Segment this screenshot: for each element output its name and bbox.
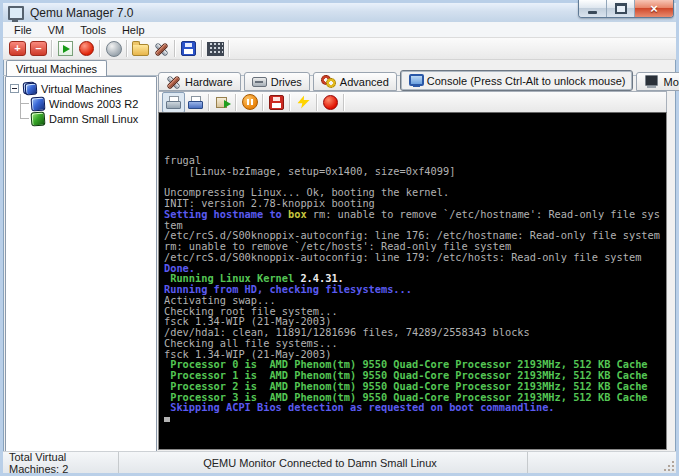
console-cursor [164, 417, 170, 422]
close-button[interactable]: × [635, 0, 673, 17]
stop-vm-icon [79, 41, 94, 56]
display-grid-icon [207, 42, 224, 56]
collapse-expander-icon[interactable] [10, 84, 19, 93]
console-line [164, 413, 666, 424]
menu-vm[interactable]: VM [40, 23, 73, 37]
open-folder-icon [132, 44, 149, 56]
console-screen-icon [408, 74, 423, 87]
save-button[interactable] [178, 39, 199, 58]
start-vm-button[interactable] [55, 39, 76, 58]
maximize-button[interactable] [607, 0, 635, 17]
gears-icon [321, 75, 336, 88]
vm-blue-icon [31, 96, 46, 111]
toolbar-separator [235, 94, 237, 111]
menu-file[interactable]: File [6, 23, 40, 37]
screenshot-button[interactable] [162, 92, 185, 113]
start-vm-icon [58, 41, 73, 56]
resize-grip[interactable] [664, 461, 674, 471]
console-text-segment: Skipping ACPI Bios detection as requeste… [164, 401, 555, 413]
vm-detail-panel: HardwareDrivesAdvancedConsole (Press Ctr… [158, 70, 667, 450]
tree-children: Windows 2003 R2Damn Small Linux [16, 96, 154, 126]
console-text-segment: /etc/rcS.d/S00knoppix-autoconfig: line 1… [164, 251, 641, 263]
drive-icon [252, 75, 267, 88]
tab-hardware[interactable]: Hardware [158, 72, 241, 91]
tab-label: Drives [271, 76, 302, 88]
save-state-button[interactable] [266, 93, 287, 112]
tree-item-label: Windows 2003 R2 [49, 98, 138, 110]
toolbar-separator [316, 94, 318, 111]
screenshot-icon [166, 96, 181, 109]
minimize-button[interactable] [579, 0, 607, 17]
stop-vm-button[interactable] [76, 39, 97, 58]
pause-icon [242, 94, 258, 110]
remove-vm-icon [30, 41, 47, 56]
remove-vm-button[interactable] [28, 39, 49, 58]
tools-button[interactable] [151, 39, 172, 58]
toolbar-separator [262, 94, 264, 111]
vm-tabs: HardwareDrivesAdvancedConsole (Press Ctr… [158, 70, 667, 91]
display-grid-button[interactable] [205, 39, 226, 58]
vm-console-screen[interactable]: frugal [Linux-bzImage, setup=0x1400, siz… [158, 112, 667, 450]
flash-icon [298, 96, 310, 109]
console-line: Skipping ACPI Bios detection as requeste… [164, 402, 666, 413]
save-icon [181, 41, 196, 56]
toolbar-separator [201, 40, 203, 57]
package-send-icon [216, 96, 230, 109]
flash-button[interactable] [293, 93, 314, 112]
menu-help[interactable]: Help [114, 23, 153, 37]
tree-root-virtual-machines[interactable]: Virtual Machines [8, 81, 154, 96]
open-folder-button[interactable] [130, 39, 151, 58]
package-send-button[interactable] [212, 93, 233, 112]
tab-advanced[interactable]: Advanced [313, 72, 397, 91]
print-icon [188, 96, 203, 109]
status-empty-section [528, 452, 676, 473]
status-bar: Total Virtual Machines: 2 QEMU Monitor C… [3, 451, 676, 473]
network-button[interactable] [103, 39, 124, 58]
record-icon [323, 95, 338, 110]
console-output: frugal [Linux-bzImage, setup=0x1400, siz… [159, 113, 666, 424]
print-button[interactable] [185, 93, 206, 112]
tools-icon [154, 42, 169, 56]
tab-label: Hardware [185, 76, 233, 88]
console-toolbar [158, 91, 667, 112]
tree-item-label: Damn Small Linux [49, 113, 138, 125]
title-bar: Qemu Manager 7.0 × [3, 3, 676, 22]
vm-tree-panel: Virtual Machines Windows 2003 R2Damn Sma… [5, 76, 157, 452]
console-text-segment: [Linux-bzImage, setup=0x1400, size=0xf40… [164, 165, 455, 177]
tab-drives[interactable]: Drives [244, 72, 310, 91]
toolbar-separator [228, 40, 230, 57]
vm-green-icon [31, 111, 46, 126]
toolbar-separator [174, 40, 176, 57]
tab-console[interactable]: Console (Press Ctrl-Alt to unlock mouse) [400, 70, 634, 91]
console-text-segment: rm: unable to remove `/etc/hostname': Re… [307, 208, 660, 220]
window-controls: × [578, 0, 674, 18]
menu-tools[interactable]: Tools [72, 23, 114, 37]
console-line: [Linux-bzImage, setup=0x1400, size=0xf40… [164, 166, 666, 177]
toolbar-separator [99, 40, 101, 57]
status-total-vms: Total Virtual Machines: 2 [3, 452, 119, 473]
toolbar-separator [126, 40, 128, 57]
tab-label: Monitor [663, 76, 679, 88]
tree-root-label: Virtual Machines [41, 83, 122, 95]
qemu-manager-window: Qemu Manager 7.0 × FileVMToolsHelp Virtu… [0, 0, 679, 476]
tools-icon [166, 75, 181, 88]
console-line: Setting hostname to box rm: unable to re… [164, 209, 666, 220]
add-vm-button[interactable] [7, 39, 28, 58]
menu-bar: FileVMToolsHelp [3, 22, 676, 38]
toolbar-separator [343, 94, 345, 111]
tree-item-windows-2003-r2[interactable]: Windows 2003 R2 [16, 96, 154, 111]
tab-label: Advanced [340, 76, 389, 88]
tab-label: Console (Press Ctrl-Alt to unlock mouse) [427, 75, 626, 87]
toolbar-separator [51, 40, 53, 57]
terminal-icon [644, 75, 659, 88]
tab-monitor[interactable]: Monitor [636, 72, 679, 91]
window-title: Qemu Manager 7.0 [30, 6, 133, 20]
console-text-segment: box [288, 208, 307, 220]
add-vm-icon [9, 41, 26, 56]
toolbar-separator [208, 94, 210, 111]
tab-virtual-machines[interactable]: Virtual Machines [6, 60, 107, 77]
tree-item-damn-small-linux[interactable]: Damn Small Linux [16, 111, 154, 126]
main-toolbar [3, 38, 676, 60]
record-button[interactable] [320, 93, 341, 112]
pause-button[interactable] [239, 93, 260, 112]
